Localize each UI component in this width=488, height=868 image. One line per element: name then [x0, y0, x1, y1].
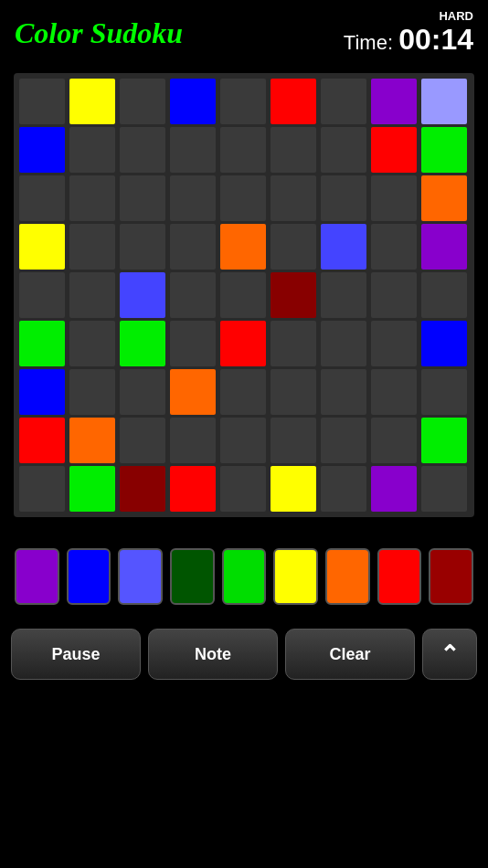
grid-cell[interactable]: [271, 466, 316, 512]
grid-cell[interactable]: [321, 272, 366, 318]
grid-cell[interactable]: [220, 79, 266, 124]
app-title: Color Sudoku: [15, 16, 183, 50]
grid-cell[interactable]: [371, 466, 417, 512]
grid-cell[interactable]: [69, 127, 115, 173]
grid-cell[interactable]: [371, 321, 417, 366]
grid-cell[interactable]: [170, 369, 216, 415]
color-palette: [0, 539, 488, 614]
grid-cell[interactable]: [19, 321, 65, 366]
palette-color-blue[interactable]: [67, 548, 111, 605]
grid-cell[interactable]: [120, 272, 165, 318]
grid-cell[interactable]: [421, 175, 467, 221]
grid-cell[interactable]: [371, 224, 417, 270]
grid-cell[interactable]: [321, 369, 366, 415]
grid-cell[interactable]: [120, 369, 165, 415]
clear-button[interactable]: Clear: [285, 629, 415, 680]
grid-cell[interactable]: [69, 224, 115, 270]
grid-cell[interactable]: [120, 418, 165, 463]
palette-color-bright-green[interactable]: [222, 548, 267, 605]
grid-cell[interactable]: [19, 79, 65, 124]
grid-cell[interactable]: [69, 175, 115, 221]
grid-cell[interactable]: [371, 272, 417, 318]
pause-button[interactable]: Pause: [11, 629, 141, 680]
grid-cell[interactable]: [170, 272, 216, 318]
grid-cell[interactable]: [371, 127, 417, 173]
grid-cell[interactable]: [271, 127, 316, 173]
palette-color-bright-blue[interactable]: [118, 548, 163, 605]
grid-cell[interactable]: [421, 418, 467, 463]
grid-cell[interactable]: [69, 272, 115, 318]
grid-cell[interactable]: [321, 79, 366, 124]
grid-cell[interactable]: [321, 466, 366, 512]
grid-cell[interactable]: [69, 79, 115, 124]
grid-cell[interactable]: [421, 466, 467, 512]
grid-cell[interactable]: [19, 127, 65, 173]
grid-cell[interactable]: [321, 321, 366, 366]
grid-cell[interactable]: [69, 321, 115, 366]
palette-color-red[interactable]: [377, 548, 422, 605]
grid-cell[interactable]: [371, 175, 417, 221]
grid-cell[interactable]: [69, 466, 115, 512]
grid-cell[interactable]: [120, 175, 165, 221]
grid-cell[interactable]: [421, 127, 467, 173]
palette-color-dark-green[interactable]: [170, 548, 215, 605]
grid-cell[interactable]: [120, 466, 165, 512]
grid-cell[interactable]: [170, 321, 216, 366]
grid-cell[interactable]: [220, 175, 266, 221]
palette-color-yellow[interactable]: [273, 548, 318, 605]
grid-cell[interactable]: [120, 79, 165, 124]
grid-cell[interactable]: [19, 418, 65, 463]
grid-cell[interactable]: [19, 369, 65, 415]
grid-cell[interactable]: [220, 466, 266, 512]
grid-cell[interactable]: [271, 79, 316, 124]
grid-cell[interactable]: [19, 175, 65, 221]
grid-cell[interactable]: [271, 224, 316, 270]
grid-cell[interactable]: [220, 369, 266, 415]
grid-cell[interactable]: [170, 466, 216, 512]
grid-cell[interactable]: [19, 224, 65, 270]
grid-cell[interactable]: [19, 466, 65, 512]
note-button[interactable]: Note: [148, 629, 278, 680]
grid-cell[interactable]: [170, 127, 216, 173]
grid-cell[interactable]: [421, 369, 467, 415]
timer-display: Time: 00:14: [344, 26, 473, 55]
grid-cell[interactable]: [421, 321, 467, 366]
grid-cell[interactable]: [220, 321, 266, 366]
palette-color-dark-red[interactable]: [429, 548, 473, 605]
grid-cell[interactable]: [170, 418, 216, 463]
grid-cell[interactable]: [421, 272, 467, 318]
grid-cell[interactable]: [69, 418, 115, 463]
palette-color-orange[interactable]: [325, 548, 370, 605]
grid-cell[interactable]: [170, 224, 216, 270]
grid-cell[interactable]: [220, 224, 266, 270]
grid-cell[interactable]: [321, 418, 366, 463]
grid-cell[interactable]: [271, 321, 316, 366]
grid-cell[interactable]: [321, 175, 366, 221]
grid-cell[interactable]: [170, 175, 216, 221]
grid-cell[interactable]: [371, 418, 417, 463]
grid-cell[interactable]: [220, 418, 266, 463]
grid-cell[interactable]: [120, 224, 165, 270]
grid-cell[interactable]: [271, 418, 316, 463]
grid-cell[interactable]: [271, 272, 316, 318]
palette-color-purple[interactable]: [15, 548, 59, 605]
grid-cell[interactable]: [421, 79, 467, 124]
grid-cell[interactable]: [220, 127, 266, 173]
timer-label: Time:: [344, 31, 398, 54]
up-button[interactable]: [422, 629, 477, 680]
grid-cell[interactable]: [220, 272, 266, 318]
timer-value: 00:14: [398, 23, 473, 56]
grid-cell[interactable]: [271, 175, 316, 221]
grid-cell[interactable]: [19, 272, 65, 318]
grid-cell[interactable]: [371, 79, 417, 124]
grid-cell[interactable]: [69, 369, 115, 415]
grid-cell[interactable]: [120, 321, 165, 366]
grid-cell[interactable]: [271, 369, 316, 415]
grid-cell[interactable]: [170, 79, 216, 124]
grid-cell[interactable]: [321, 224, 366, 270]
grid-cell[interactable]: [321, 127, 366, 173]
bottom-toolbar: Pause Note Clear: [0, 619, 488, 689]
grid-cell[interactable]: [371, 369, 417, 415]
grid-cell[interactable]: [421, 224, 467, 270]
grid-cell[interactable]: [120, 127, 165, 173]
